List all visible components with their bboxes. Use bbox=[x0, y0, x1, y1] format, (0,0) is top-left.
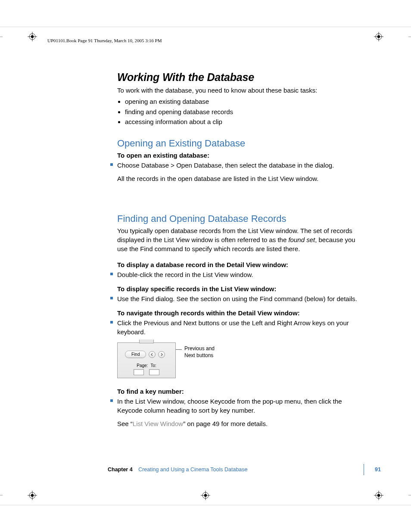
italic-term: found set bbox=[288, 236, 315, 243]
body-paragraph: You typically open database records from… bbox=[117, 226, 363, 253]
chapter-title: Creating and Using a Cinema Tools Databa… bbox=[138, 467, 247, 473]
step-item: In the List View window, choose Keycode … bbox=[110, 397, 363, 415]
callout-line1: Previous and bbox=[184, 345, 215, 352]
intro-bullet-list: opening an existing database finding and… bbox=[117, 96, 363, 127]
subsection-title: Opening an Existing Database bbox=[117, 138, 363, 149]
trim-line-bottom bbox=[0, 505, 411, 505]
list-item: accessing information about a clip bbox=[125, 117, 363, 127]
running-header: UP01101.Book Page 91 Thursday, March 10,… bbox=[47, 38, 162, 43]
subsection-title: Finding and Opening Database Records bbox=[117, 213, 363, 224]
section-title: Working With the Database bbox=[117, 71, 363, 84]
page-footer: Chapter 4 Creating and Using a Cinema To… bbox=[108, 467, 381, 473]
callout-leader-line bbox=[176, 349, 182, 350]
step-text: Use the Find dialog. See the section on … bbox=[117, 294, 363, 303]
step-bullet-icon bbox=[110, 273, 113, 275]
to-input[interactable] bbox=[149, 369, 159, 375]
see-also: See “List View Window” on page 49 for mo… bbox=[117, 419, 363, 428]
see-text: ” on page 49 for more details. bbox=[183, 420, 268, 427]
registration-mark-icon bbox=[201, 491, 210, 500]
callout-line2: Next buttons bbox=[184, 352, 213, 358]
previous-button[interactable] bbox=[149, 351, 156, 358]
task-lead: To find a key number: bbox=[117, 388, 363, 395]
step-text: In the List View window, choose Keycode … bbox=[117, 397, 363, 415]
step-text: Click the Previous and Next buttons or u… bbox=[117, 318, 363, 336]
step-bullet-icon bbox=[110, 297, 113, 299]
page-input[interactable] bbox=[134, 369, 144, 375]
task-lead: To navigate through records within the D… bbox=[117, 309, 363, 317]
step-item: Use the Find dialog. See the section on … bbox=[110, 294, 363, 303]
next-button[interactable] bbox=[158, 351, 165, 358]
cross-reference-link[interactable]: List View Window bbox=[133, 420, 183, 427]
registration-mark-icon bbox=[374, 32, 383, 41]
list-item: finding and opening database records bbox=[125, 107, 363, 117]
registration-mark-icon bbox=[374, 491, 383, 500]
step-item: Choose Database > Open Database, then se… bbox=[110, 161, 363, 170]
figure-prev-next: Find Page: To: bbox=[117, 342, 363, 378]
task-lead: To display specific records in the List … bbox=[117, 285, 363, 292]
page-number: 91 bbox=[375, 467, 381, 473]
arrow-right-icon bbox=[160, 353, 163, 356]
to-label: To: bbox=[150, 363, 156, 368]
page-label: Page: bbox=[137, 363, 148, 368]
page: UP01101.Book Page 91 Thursday, March 10,… bbox=[0, 0, 411, 532]
tick-mark bbox=[0, 37, 3, 37]
intro-text: To work with the database, you need to k… bbox=[117, 86, 363, 95]
ui-panel-screenshot: Find Page: To: bbox=[117, 342, 176, 378]
step-text: Choose Database > Open Database, then se… bbox=[117, 161, 363, 170]
follow-text: All the records in the open database are… bbox=[117, 174, 363, 183]
footer-rule bbox=[364, 464, 364, 475]
step-bullet-icon bbox=[110, 321, 113, 324]
tick-mark bbox=[408, 495, 411, 495]
trim-line-top bbox=[0, 27, 411, 27]
step-text: Double-click the record in the List View… bbox=[117, 270, 363, 279]
figure-callout: Previous and Next buttons bbox=[184, 345, 215, 359]
arrow-left-icon bbox=[150, 353, 154, 356]
step-bullet-icon bbox=[110, 399, 113, 402]
step-item: Double-click the record in the List View… bbox=[110, 270, 363, 279]
list-item: opening an existing database bbox=[125, 96, 363, 106]
tick-mark bbox=[408, 37, 411, 37]
registration-mark-icon bbox=[28, 32, 37, 41]
main-content: Working With the Database To work with t… bbox=[117, 71, 363, 438]
tick-mark bbox=[0, 495, 3, 495]
chapter-number: Chapter 4 bbox=[108, 467, 133, 473]
registration-mark-icon bbox=[28, 491, 37, 500]
task-lead: To open an existing database: bbox=[117, 152, 363, 159]
see-text: See “ bbox=[117, 420, 133, 427]
panel-notch bbox=[139, 339, 154, 343]
step-item: Click the Previous and Next buttons or u… bbox=[110, 318, 363, 336]
find-button[interactable]: Find bbox=[125, 351, 146, 358]
step-bullet-icon bbox=[110, 163, 113, 166]
task-lead: To display a database record in the Deta… bbox=[117, 261, 363, 268]
